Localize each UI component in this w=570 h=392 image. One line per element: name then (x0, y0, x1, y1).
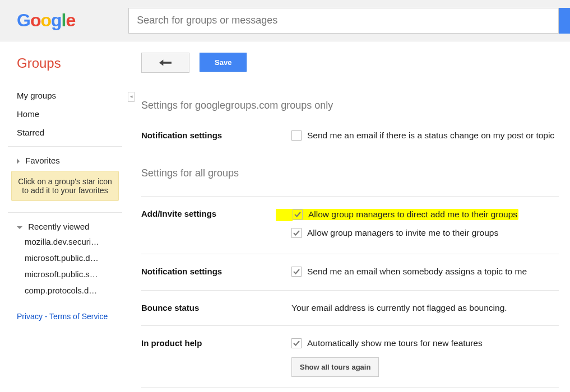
recent-item[interactable]: microsoft.public.s… (25, 269, 114, 279)
main-content: Save Settings for googlegroups.com group… (130, 41, 570, 388)
checkbox-status-change-email[interactable] (291, 130, 302, 141)
sidebar: ◂ Groups My groups Home Starred Favorite… (0, 41, 130, 388)
recent-item[interactable]: microsoft.public.d… (25, 253, 114, 263)
search-button[interactable] (559, 8, 570, 34)
recent-item[interactable]: comp.protocols.d… (25, 286, 114, 295)
sidebar-collapse-handle[interactable]: ◂ (128, 92, 135, 102)
privacy-link[interactable]: Privacy (17, 312, 43, 321)
save-button[interactable]: Save (200, 53, 247, 72)
chevron-right-icon (17, 158, 20, 164)
top-bar: Google (0, 0, 570, 41)
check-icon (294, 211, 301, 218)
checkbox-auto-tours[interactable] (291, 338, 302, 348)
sidebar-section-favorites[interactable]: Favorites (17, 156, 130, 165)
check-icon (293, 230, 300, 236)
label-notification-settings-1: Notification settings (141, 130, 291, 151)
recent-heading: Recently viewed (28, 222, 89, 231)
sidebar-section-recent[interactable]: Recently viewed (17, 222, 130, 231)
checkbox-topic-assign-email[interactable] (291, 267, 302, 277)
nav-my-groups[interactable]: My groups (17, 91, 130, 100)
check-icon (293, 268, 300, 275)
bounce-status-text: Your email address is currently not flag… (291, 303, 507, 312)
checkbox-direct-add[interactable] (293, 209, 303, 220)
nav-starred[interactable]: Starred (17, 128, 130, 137)
back-button[interactable] (141, 53, 189, 73)
check-icon (293, 340, 300, 347)
section-heading-gg-only: Settings for googlegroups.com groups onl… (141, 100, 570, 111)
label-notification-settings-2: Notification settings (141, 267, 291, 287)
favorites-hint: Click on a group's star icon to add it t… (11, 171, 119, 201)
checkbox-label: Send me an email when somebody assigns a… (307, 267, 527, 277)
label-in-product-help: In product help (141, 338, 291, 348)
toolbar: Save (141, 53, 570, 73)
checkbox-invite[interactable] (291, 228, 302, 238)
chevron-down-icon (17, 226, 22, 229)
label-add-invite-settings: Add/Invite settings (141, 209, 291, 218)
checkbox-label: Allow group managers to direct add me to… (308, 209, 517, 220)
show-tours-button[interactable]: Show all tours again (291, 357, 379, 377)
label-bounce-status: Bounce status (141, 303, 291, 313)
nav-home[interactable]: Home (17, 109, 130, 119)
tos-link[interactable]: Terms of Service (49, 312, 108, 321)
checkbox-label: Allow group managers to invite me to the… (307, 228, 498, 238)
app-title[interactable]: Groups (17, 55, 130, 71)
checkbox-label: Send me an email if there is a status ch… (307, 130, 554, 141)
search-input[interactable] (128, 8, 559, 34)
section-heading-all-groups: Settings for all groups (141, 167, 570, 179)
back-arrow-icon (159, 59, 172, 67)
checkbox-label: Automatically show me tours for new feat… (307, 338, 483, 348)
footer-links: Privacy - Terms of Service (17, 312, 130, 321)
recent-item[interactable]: mozilla.dev.securi… (25, 237, 114, 246)
google-logo[interactable]: Google (17, 10, 75, 31)
favorites-heading: Favorites (25, 156, 60, 165)
